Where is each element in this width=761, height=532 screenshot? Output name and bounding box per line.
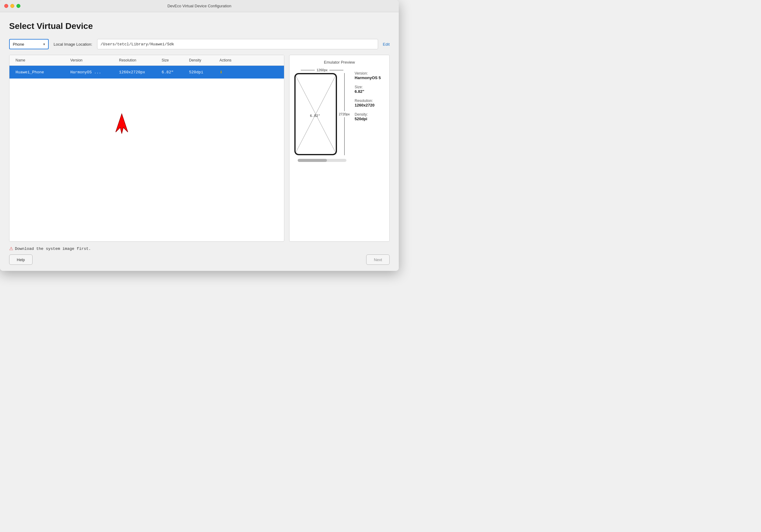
width-label: 1260px (317, 68, 327, 72)
location-input[interactable] (97, 39, 378, 49)
button-row: Help Next (9, 255, 390, 265)
col-version: Version (68, 55, 117, 65)
spec-version: Version: HarmonyOS 5 (355, 71, 384, 80)
col-actions: Actions (217, 55, 280, 65)
close-button[interactable] (4, 4, 8, 8)
spec-size: Size: 6.82" (355, 85, 384, 94)
col-density: Density (187, 55, 217, 65)
page-title: Select Virtual Device (9, 21, 390, 31)
spec-resolution: Resolution: 1260x2720 (355, 98, 384, 107)
col-name: Name (13, 55, 68, 65)
diagram-area: 1260px 6.82" (294, 68, 350, 162)
next-button[interactable]: Next (366, 255, 390, 265)
height-label: 2720px (339, 112, 350, 116)
preview-panel: Emulator Preview 1260px (289, 55, 390, 242)
main-content: Select Virtual Device Phone Tablet TV Wa… (0, 12, 399, 271)
minimize-button[interactable] (10, 4, 14, 8)
device-table: Name Version Resolution Size Density Act… (9, 55, 284, 242)
title-bar: DevEco Virtual Device Configuration (0, 0, 399, 12)
location-label: Local Image Location: (54, 42, 92, 46)
help-button[interactable]: Help (9, 255, 32, 265)
table-row[interactable]: Huawei_Phone HarmonyOS ... 1260x2720px 6… (9, 66, 284, 79)
table-header: Name Version Resolution Size Density Act… (9, 55, 284, 66)
density-value: 520dpi (355, 117, 384, 121)
col-resolution: Resolution (117, 55, 159, 65)
device-type-select[interactable]: Phone Tablet TV Watch Car (9, 39, 49, 49)
traffic-lights (4, 4, 21, 8)
resolution-value: 1260x2720 (355, 103, 384, 107)
warning-text: Download the system image first. (15, 247, 91, 251)
cell-name: Huawei_Phone (13, 66, 68, 79)
warning-icon: ⚠ (9, 246, 13, 251)
version-value: HarmonyOS 5 (355, 76, 384, 80)
cell-density: 520dpi (187, 66, 217, 79)
scrollbar-thumb (298, 159, 327, 162)
size-value: 6.82" (355, 89, 384, 94)
svg-text:6.82": 6.82" (310, 114, 320, 118)
spec-density: Density: 520dpi (355, 112, 384, 121)
preview-title: Emulator Preview (294, 60, 384, 65)
cell-resolution: 1260x2720px (117, 66, 159, 79)
edit-link[interactable]: Edit (383, 42, 390, 46)
preview-scrollbar[interactable] (298, 159, 346, 162)
density-label: Density: (355, 112, 384, 117)
preview-inner: 1260px 6.82" (294, 68, 384, 162)
download-icon[interactable]: ⬇ (219, 69, 223, 76)
size-label: Size: (355, 85, 384, 89)
cell-size: 6.82" (159, 66, 187, 79)
phone-frame: 6.82" (294, 73, 337, 155)
width-dimension: 1260px (301, 68, 343, 72)
height-dimension: 2720px (339, 73, 350, 155)
resolution-label: Resolution: (355, 98, 384, 103)
maximize-button[interactable] (17, 4, 21, 8)
col-size: Size (159, 55, 187, 65)
device-type-wrapper: Phone Tablet TV Watch Car ▼ (9, 39, 49, 49)
window-title: DevEco Virtual Device Configuration (167, 4, 231, 8)
footer: ⚠ Download the system image first. Help … (9, 242, 390, 265)
version-label: Version: (355, 71, 384, 76)
phone-with-dim: 6.82" 2720px (294, 73, 350, 155)
filter-row: Phone Tablet TV Watch Car ▼ Local Image … (9, 39, 390, 49)
table-body: Huawei_Phone HarmonyOS ... 1260x2720px 6… (9, 66, 284, 241)
cell-action: ⬇ (217, 66, 280, 79)
content-area: Name Version Resolution Size Density Act… (9, 55, 390, 242)
specs-area: Version: HarmonyOS 5 Size: 6.82" Resolut… (355, 68, 384, 162)
cell-version: HarmonyOS ... (68, 66, 117, 79)
warning-row: ⚠ Download the system image first. (9, 246, 390, 251)
